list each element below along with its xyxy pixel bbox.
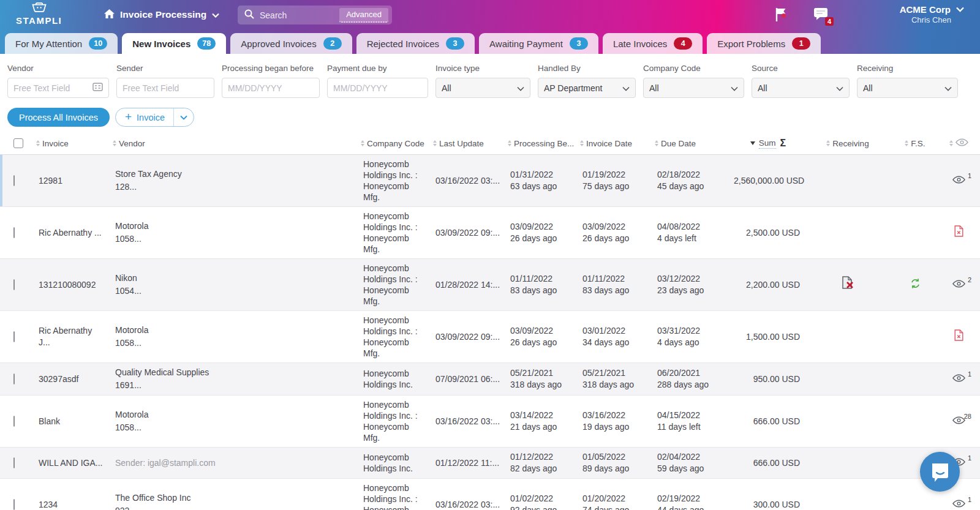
messages-icon[interactable]: 4 [813,7,829,23]
filter-processing-began-before-input[interactable]: MM/DD/YYYY [222,78,320,98]
add-invoice-button[interactable]: + Invoice [116,108,173,126]
column-header-processing_began[interactable]: Processing Be... [505,139,578,148]
column-label: F.S. [911,139,925,148]
export-error-doc-icon[interactable] [954,329,963,344]
invoice-row[interactable]: 30297asdfQuality Medical Supplies1691...… [0,363,980,396]
invoice-date-cell: 03/01/202234 days ago [578,321,652,352]
search-icon [244,9,254,21]
export-error-doc-icon[interactable] [954,225,963,240]
row-checkbox[interactable] [13,279,15,290]
tab-late-invoices[interactable]: Late Invoices4 [603,33,703,54]
sort-up-icon [508,140,511,143]
sort-up-icon [361,140,364,143]
row-checkbox[interactable] [13,227,15,238]
column-header-invoice_date[interactable]: Invoice Date [578,139,652,148]
processing-began-cell-value: 03/09/2022 [510,221,573,233]
tab-for-my-attention[interactable]: For My Attention10 [5,33,118,54]
account-menu[interactable]: ACME Corp Chris Chen [900,4,964,24]
column-header-invoice[interactable]: Invoice [34,139,110,148]
search-input[interactable]: Search Advanced [238,6,392,24]
invoice-row[interactable]: WILL AND IGA...Sender: igal@stampli.comH… [0,448,980,479]
row-checkbox[interactable] [13,416,15,427]
tab-approved-invoices[interactable]: Approved Invoices2 [230,33,352,54]
row-checkbox[interactable] [13,373,15,384]
process-all-invoices-button[interactable]: Process All Invoices [7,108,110,127]
list-picker-icon[interactable] [92,83,103,93]
sort-up-icon [433,140,437,143]
views-indicator[interactable]: 1 [952,373,965,385]
filter-handled-by-select[interactable]: AP Department [538,78,636,98]
column-header-sum[interactable]: SumΣ [729,138,807,149]
vendor-cell: Motorola1058... [110,321,358,353]
column-header-company_code[interactable]: Company Code [358,139,431,148]
receiving-cell [807,177,888,184]
last-update-cell: 01/28/2022 14:... [431,276,505,294]
advanced-search-link[interactable]: Advanced [339,8,388,23]
row-checkbox[interactable] [13,457,15,468]
filter-handled-by: Handled ByAP Department [538,64,636,98]
views-indicator[interactable]: 28 [952,416,965,427]
invoice-date-cell-relative: 34 days ago [582,337,647,348]
column-header-select[interactable] [0,138,34,148]
due-date-cell: 02/04/202259 days ago [652,448,729,478]
fs-cell [888,177,942,184]
add-invoice-dropdown-button[interactable] [174,108,194,126]
invoice-row[interactable]: Ric Abernathy ...Motorola1058...Honeycom… [0,207,980,259]
tab-label: New Invoices [132,39,190,49]
stampli-logo: STAMPLI [16,2,62,26]
invoice-row[interactable]: 12981Store Tax Agency128...Honeycomb Hol… [0,155,980,207]
filter-vendor-input[interactable]: Free Text Field [7,78,109,98]
due-date-cell-value: 02/18/2022 [657,169,724,181]
views-indicator[interactable]: 2 [952,279,965,291]
status-cell: 2 [942,276,976,294]
filter-receiving-select[interactable]: All [857,78,958,98]
filter-payment-due-by-input[interactable]: MM/DD/YYYY [327,78,428,98]
tab-new-invoices[interactable]: New Invoices78 [122,33,226,54]
filter-sender-input[interactable]: Free Text Field [116,78,214,98]
module-switcher[interactable]: Invoice Processing [104,0,219,29]
tab-awaiting-payment[interactable]: Awaiting Payment3 [479,33,598,54]
invoice-date-cell: 05/21/2021318 days ago [578,364,652,394]
sync-icon[interactable] [910,278,921,292]
invoice-date-cell-value: 01/19/2022 [582,169,647,181]
column-header-fs[interactable]: F.S. [888,139,942,148]
column-header-last_update[interactable]: Last Update [431,139,505,148]
invoice-row[interactable]: Ric Abernathy J...Motorola1058...Honeyco… [0,311,980,363]
tab-export-problems[interactable]: Export Problems1 [707,33,821,54]
row-checkbox[interactable] [13,499,15,510]
flag-icon[interactable] [775,7,788,24]
invoice-row[interactable]: BlankMotorola1058...Honeycomb Holdings I… [0,396,980,448]
sum-cell: 2,200.00 USD [729,276,807,294]
due-date-cell-value: 06/20/2021 [657,367,724,379]
tab-rejected-invoices[interactable]: Rejected Invoices3 [356,33,475,54]
sort-down-icon [508,144,511,146]
filter-company-code-select[interactable]: All [643,78,744,98]
column-header-due_date[interactable]: Due Date [652,139,729,148]
column-header-vendor[interactable]: Vendor [110,139,358,148]
filter-invoice-type-select[interactable]: All [435,78,530,98]
views-indicator[interactable]: 1 [952,175,965,187]
receiving-rejected-doc-icon[interactable] [841,276,855,293]
filter-label: Source [752,64,850,73]
row-checkbox[interactable] [13,331,15,342]
due-date-cell-value: 04/08/2022 [657,221,724,233]
sort-carets-icon [361,140,364,146]
filter-sender: SenderFree Text Field [116,64,214,98]
tab-label: For My Attention [15,39,82,49]
select-all-checkbox[interactable] [13,138,23,148]
row-checkbox[interactable] [13,175,15,186]
invoice-date-cell: 01/19/202275 days ago [578,165,652,196]
invoice-row[interactable]: 1234The Office Shop Inc922...Honeycomb H… [0,479,980,510]
filter-source-select[interactable]: All [752,78,850,98]
invoice-row[interactable]: 131210080092Nikon1054...Honeycomb Holdin… [0,259,980,311]
filter-label: Company Code [643,64,744,73]
column-header-views[interactable] [942,138,976,148]
support-chat-button[interactable] [920,452,960,492]
processing-began-cell-value: 01/31/2022 [510,169,573,181]
processing-began-cell-relative: 82 days ago [510,463,573,474]
vendor-account: 128... [115,181,353,193]
views-indicator[interactable]: 1 [952,499,965,510]
status-cell: 28 [942,412,976,431]
sum-cell: 1,500.00 USD [729,328,807,347]
column-header-receiving[interactable]: Receiving [807,139,888,148]
